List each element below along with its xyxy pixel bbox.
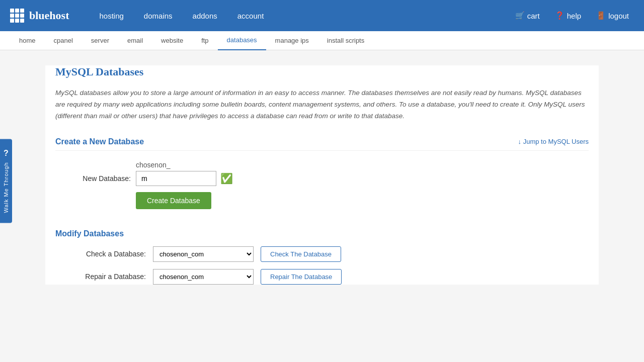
nav-ftp[interactable]: ftp (192, 31, 217, 50)
new-database-row: New Database: ✅ (70, 171, 589, 186)
nav-addons[interactable]: addons (183, 0, 227, 31)
logo-text: bluehost (29, 9, 69, 22)
top-navigation: bluehost hosting domains addons account … (0, 0, 644, 31)
repair-database-label: Repair a Database: (70, 273, 146, 281)
jump-to-mysql-users-link[interactable]: Jump to MySQL Users (518, 138, 589, 145)
modify-section: Modify Databases Check a Database: chose… (55, 229, 589, 285)
logout-label: logout (608, 12, 629, 20)
repair-database-button[interactable]: Repair The Database (261, 269, 342, 285)
nav-install-scripts[interactable]: install scripts (318, 31, 373, 50)
nav-databases[interactable]: databases (218, 31, 266, 50)
help-label: help (567, 12, 581, 20)
logo-link[interactable]: bluehost (10, 9, 69, 23)
check-database-label: Check a Database: (70, 250, 146, 258)
db-prefix-display: chosenon_ (136, 161, 589, 169)
nav-hosting[interactable]: hosting (89, 0, 133, 31)
modify-section-title: Modify Databases (55, 229, 589, 238)
create-database-button[interactable]: Create Database (136, 192, 211, 209)
nav-server[interactable]: server (82, 31, 118, 50)
main-nav: hosting domains addons account (89, 0, 510, 31)
help-icon: ❓ (555, 11, 565, 20)
question-mark-icon: ? (4, 149, 9, 158)
secondary-navigation: home cpanel server email website ftp dat… (0, 31, 644, 50)
nav-domains[interactable]: domains (134, 0, 183, 31)
cart-label: cart (527, 12, 540, 20)
new-database-label: New Database: (70, 174, 131, 183)
nav-manage-ips[interactable]: manage ips (266, 31, 318, 50)
logout-icon: 🚪 (596, 11, 606, 20)
main-content: MySQL Databases MySQL databases allow yo… (45, 65, 599, 285)
nav-home[interactable]: home (10, 31, 45, 50)
walk-me-through-label: Walk Me Through (3, 162, 9, 213)
create-section-title[interactable]: Create a New Database (55, 137, 144, 146)
cart-link[interactable]: 🛒 cart (510, 11, 545, 20)
check-database-select[interactable]: chosenon_com (153, 246, 254, 262)
check-database-row: Check a Database: chosenon_com Check The… (70, 246, 589, 262)
nav-email[interactable]: email (118, 31, 152, 50)
valid-check-icon: ✅ (220, 172, 233, 185)
check-database-button[interactable]: Check The Database (261, 246, 341, 262)
db-input-group: ✅ (136, 171, 233, 186)
cart-icon: 🛒 (515, 11, 525, 20)
nav-account[interactable]: account (227, 0, 274, 31)
repair-database-row: Repair a Database: chosenon_com Repair T… (70, 269, 589, 285)
page-description: MySQL databases allow you to store a lar… (55, 87, 589, 122)
help-link[interactable]: ❓ help (550, 11, 586, 20)
side-helper[interactable]: ? Walk Me Through (0, 139, 12, 223)
nav-website[interactable]: website (152, 31, 192, 50)
modify-form: Check a Database: chosenon_com Check The… (70, 246, 589, 285)
new-database-input[interactable] (136, 171, 216, 186)
create-section-header: Create a New Database Jump to MySQL User… (55, 137, 589, 151)
repair-database-select[interactable]: chosenon_com (153, 269, 254, 285)
logout-link[interactable]: 🚪 logout (591, 11, 634, 20)
logo-grid-icon (10, 9, 24, 23)
create-form-section: chosenon_ New Database: ✅ Create Databas… (70, 161, 589, 209)
nav-cpanel[interactable]: cpanel (45, 31, 82, 50)
page-title: MySQL Databases (55, 65, 589, 78)
top-right-nav: 🛒 cart ❓ help 🚪 logout (510, 11, 634, 20)
